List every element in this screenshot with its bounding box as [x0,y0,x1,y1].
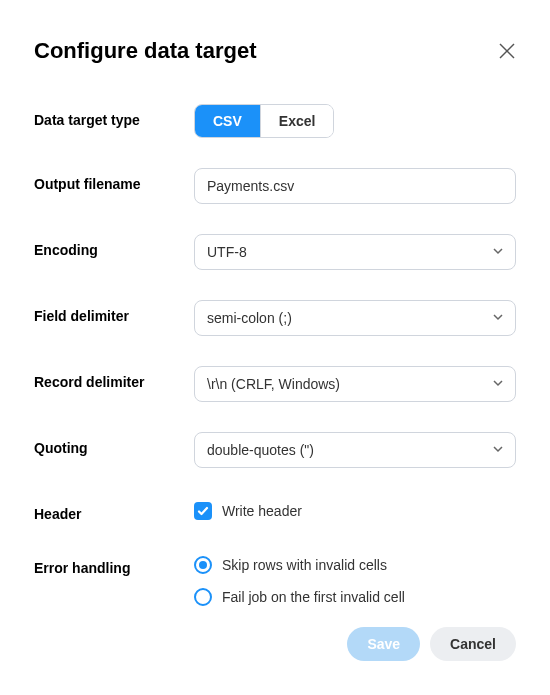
write-header-checkbox[interactable] [194,502,212,520]
data-target-type-label: Data target type [34,104,194,128]
record-delimiter-label: Record delimiter [34,366,194,390]
encoding-select[interactable]: UTF-8 [194,234,516,270]
close-icon[interactable] [498,42,516,60]
write-header-text: Write header [222,503,302,519]
save-button[interactable]: Save [347,627,420,661]
quoting-label: Quoting [34,432,194,456]
output-filename-label: Output filename [34,168,194,192]
error-fail-radio[interactable] [194,588,212,606]
data-target-type-toggle: CSV Excel [194,104,334,138]
field-delimiter-select[interactable]: semi-colon (;) [194,300,516,336]
toggle-csv[interactable]: CSV [195,105,260,137]
record-delimiter-select[interactable]: \r\n (CRLF, Windows) [194,366,516,402]
output-filename-input[interactable] [194,168,516,204]
encoding-label: Encoding [34,234,194,258]
quoting-select[interactable]: double-quotes (") [194,432,516,468]
error-skip-radio[interactable] [194,556,212,574]
error-fail-text: Fail job on the first invalid cell [222,589,405,605]
error-skip-text: Skip rows with invalid cells [222,557,387,573]
header-label: Header [34,498,194,522]
field-delimiter-label: Field delimiter [34,300,194,324]
cancel-button[interactable]: Cancel [430,627,516,661]
error-handling-label: Error handling [34,552,194,576]
toggle-excel[interactable]: Excel [260,105,334,137]
dialog-title: Configure data target [34,38,256,64]
